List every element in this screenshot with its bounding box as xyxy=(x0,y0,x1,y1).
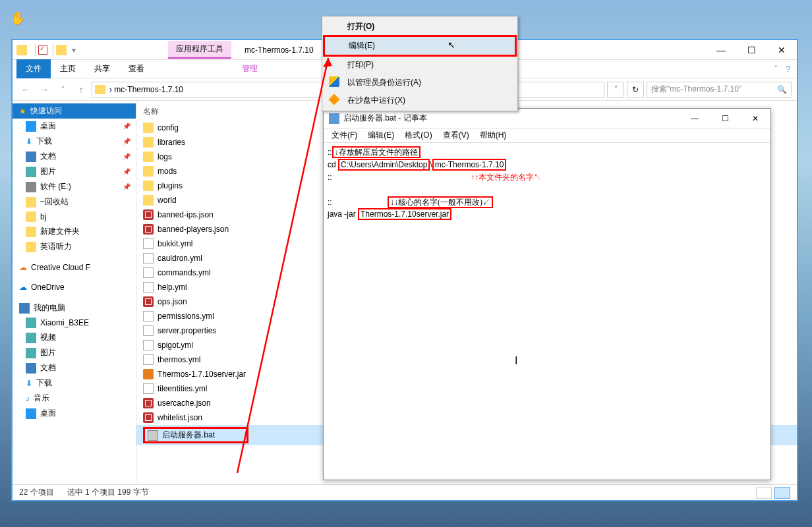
desktop-icon xyxy=(26,408,36,419)
menu-view[interactable]: 查看(V) xyxy=(439,128,473,142)
forward-button[interactable]: → xyxy=(36,82,52,97)
pin-icon: 📌 xyxy=(123,138,130,145)
annotation-box: C:\Users\Admin\Desktop xyxy=(338,159,430,171)
ctx-print[interactable]: 打印(P) xyxy=(324,56,516,74)
download-icon: ⬇ xyxy=(26,137,32,146)
minimize-button[interactable]: — xyxy=(706,40,736,60)
ribbon-home-tab[interactable]: 主页 xyxy=(51,59,85,78)
txt-icon xyxy=(143,325,154,336)
menu-format[interactable]: 格式(O) xyxy=(401,128,436,142)
qat-chevron-icon[interactable]: ▾ xyxy=(72,45,76,55)
status-item-count: 22 个项目 xyxy=(19,487,54,498)
sidebar-item[interactable]: ♪音乐 xyxy=(13,391,136,406)
menu-help[interactable]: 帮助(H) xyxy=(476,128,511,142)
file-name: 启动服务器.bat xyxy=(162,430,215,441)
pictures-icon xyxy=(26,348,36,358)
documents-icon xyxy=(26,363,36,374)
sidebar-item[interactable]: ⬇下载📌 xyxy=(13,134,136,149)
sidebar-item[interactable]: 文档📌 xyxy=(13,149,136,164)
onedrive-icon: ☁ xyxy=(19,283,27,292)
menu-file[interactable]: 文件(F) xyxy=(328,128,361,142)
search-placeholder: 搜索"mc-Thermos-1.7.10" xyxy=(651,84,741,95)
json-icon xyxy=(143,209,154,220)
sidebar-item[interactable]: bj xyxy=(13,209,136,224)
notepad-text-area[interactable]: ::↓存放解压后文件的路径 cd C:\Users\Admin\Desktop\… xyxy=(324,143,770,480)
refresh-button[interactable]: ↻ xyxy=(627,82,644,97)
folder-icon xyxy=(143,137,154,148)
sidebar-item[interactable]: 图片📌 xyxy=(13,164,136,179)
text-cursor-icon: I xyxy=(515,354,517,368)
sidebar-item[interactable]: Xiaomi_B3EE xyxy=(13,316,136,330)
view-list-button[interactable] xyxy=(774,487,790,499)
sidebar-item[interactable]: 视频 xyxy=(13,330,136,345)
desktop-icon xyxy=(26,121,36,132)
ribbon-expand-icon[interactable]: ˅ xyxy=(774,65,778,74)
search-icon: 🔍 xyxy=(777,85,787,94)
ribbon-help-icon[interactable]: ? xyxy=(786,65,790,74)
file-name: cauldron.yml xyxy=(158,254,202,263)
breadcrumb-item[interactable]: mc-Thermos-1.7.10 xyxy=(114,85,183,94)
notepad-window: 启动服务器.bat - 记事本 — ☐ ✕ 文件(F) 编辑(E) 格式(O) … xyxy=(323,108,771,480)
ctx-run-sandbox[interactable]: 在沙盘中运行(X) xyxy=(324,92,516,109)
sidebar-item[interactable]: ⬇下载 xyxy=(13,375,136,391)
sidebar-item[interactable]: 桌面 xyxy=(13,406,136,421)
documents-icon xyxy=(26,152,36,162)
yml-icon xyxy=(143,383,154,394)
file-name: tileentities.yml xyxy=(158,384,207,393)
json-icon xyxy=(143,412,154,423)
minimize-button[interactable]: — xyxy=(680,109,710,128)
sidebar-onedrive[interactable]: ☁OneDrive xyxy=(13,281,136,294)
qat-checkbox-icon[interactable] xyxy=(38,45,47,55)
cursor-icon: ↖ xyxy=(448,40,455,50)
file-name: banned-players.json xyxy=(158,225,229,234)
sidebar-item[interactable]: 文档 xyxy=(13,360,136,375)
file-name: world xyxy=(158,196,177,205)
sidebar-creative-cloud[interactable]: ☁Creative Cloud F xyxy=(13,261,136,274)
sidebar-item[interactable]: 图片 xyxy=(13,345,136,360)
ribbon-share-tab[interactable]: 共享 xyxy=(85,59,119,78)
folder-icon xyxy=(143,195,154,206)
view-details-button[interactable] xyxy=(756,487,772,499)
file-name: logs xyxy=(158,152,172,161)
yml-icon xyxy=(143,311,154,321)
file-name: usercache.json xyxy=(158,399,211,408)
addr-dropdown-button[interactable]: ˅ xyxy=(607,82,624,97)
search-input[interactable]: 搜索"mc-Thermos-1.7.10" 🔍 xyxy=(647,82,792,97)
notepad-icon xyxy=(329,113,339,124)
ctx-run-admin[interactable]: 以管理员身份运行(A) xyxy=(324,74,516,92)
yml-icon xyxy=(143,253,154,264)
close-button[interactable]: ✕ xyxy=(767,40,797,60)
close-button[interactable]: ✕ xyxy=(740,109,770,128)
sidebar-quick-access[interactable]: ★ 快速访问 xyxy=(13,103,136,119)
sidebar-item[interactable]: 新建文件夹 xyxy=(13,224,136,239)
notepad-titlebar[interactable]: 启动服务器.bat - 记事本 — ☐ ✕ xyxy=(324,109,770,128)
context-menu: 打开(O) 编辑(E)↖ 打印(P) 以管理员身份运行(A) 在沙盘中运行(X) xyxy=(322,16,518,111)
hand-cursor-icon: ✋ xyxy=(10,10,26,26)
ctx-open[interactable]: 打开(O) xyxy=(324,18,516,36)
up-button[interactable]: ↑ xyxy=(73,82,89,97)
recent-button[interactable]: ˅ xyxy=(55,82,71,97)
back-button[interactable]: ← xyxy=(18,82,34,97)
folder-icon xyxy=(95,85,105,94)
file-name: ops.json xyxy=(158,297,187,306)
sidebar-item[interactable]: 桌面📌 xyxy=(13,119,136,134)
sidebar-item[interactable]: 软件 (E:)📌 xyxy=(13,179,136,194)
ctx-edit[interactable]: 编辑(E)↖ xyxy=(323,35,517,57)
breadcrumb-sep: › xyxy=(109,85,112,94)
menu-edit[interactable]: 编辑(E) xyxy=(364,128,398,142)
video-icon xyxy=(26,333,36,343)
ribbon-file-tab[interactable]: 文件 xyxy=(16,59,51,78)
sidebar-this-pc[interactable]: 我的电脑 xyxy=(13,300,136,316)
yml-icon xyxy=(143,340,154,350)
ribbon-view-tab[interactable]: 查看 xyxy=(119,59,154,78)
notepad-title: 启动服务器.bat - 记事本 xyxy=(343,113,427,124)
maximize-button[interactable]: ☐ xyxy=(710,109,740,128)
sidebar-item[interactable]: ~回收站 xyxy=(13,194,136,209)
shield-icon xyxy=(329,76,339,87)
ribbon-manage-tab[interactable]: 管理 xyxy=(233,59,267,78)
jar-icon xyxy=(143,369,154,379)
sidebar-item[interactable]: 英语听力 xyxy=(13,239,136,254)
file-name: help.yml xyxy=(158,283,187,292)
file-name: spigot.yml xyxy=(158,341,193,350)
maximize-button[interactable]: ☐ xyxy=(736,40,767,60)
